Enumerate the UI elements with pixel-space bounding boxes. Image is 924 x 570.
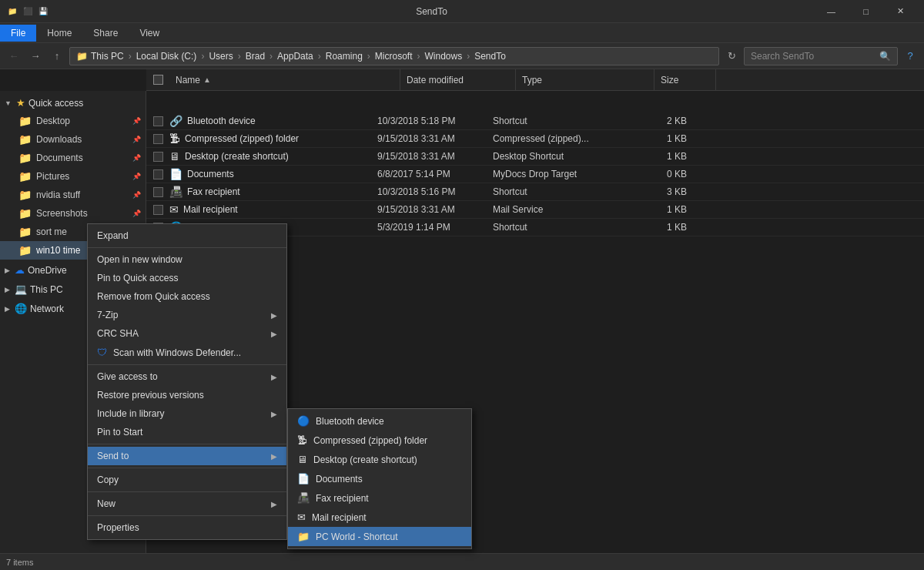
file-icon-2: 🗜: [169, 132, 180, 145]
ctx-send-to[interactable]: Send to ▶: [88, 447, 286, 465]
up-button[interactable]: ↑: [48, 47, 66, 65]
row-checkbox-1[interactable]: [153, 116, 163, 126]
col-header-type[interactable]: Type: [516, 69, 654, 90]
ctx-pin-start[interactable]: Pin to Start: [88, 423, 286, 441]
row-checkbox-6[interactable]: [153, 205, 163, 215]
ctx-open-new-window[interactable]: Open in new window: [88, 250, 286, 269]
sidebar-item-downloads[interactable]: 📁 Downloads 📌: [0, 130, 146, 149]
sidebar-item-nvidia[interactable]: 📁 nvidia stuff 📌: [0, 186, 146, 204]
sidebar-label-screenshots: Screenshots: [36, 208, 88, 219]
thispc-icon: 💻: [15, 283, 27, 295]
minimize-button[interactable]: —: [814, 0, 849, 23]
table-row[interactable]: 🗜 Compressed (zipped) folder 9/15/2018 3…: [146, 130, 924, 148]
ctx-give-access-arrow: ▶: [271, 373, 277, 381]
sendto-desktop-label: Desktop (create shortcut): [313, 454, 417, 465]
ctx-include-library-arrow: ▶: [271, 410, 277, 418]
file-date-5: 10/3/2018 5:16 PM: [377, 186, 493, 197]
ctx-crc-sha[interactable]: CRC SHA ▶: [88, 324, 286, 343]
table-row[interactable]: 🔗 Bluetooth device 10/3/2018 5:18 PM Sho…: [146, 112, 924, 130]
ctx-copy[interactable]: Copy: [88, 471, 286, 489]
sort-arrow: ▲: [203, 75, 211, 84]
addr-appdata: AppData: [277, 51, 313, 62]
sidebar-label-thispc: This PC: [30, 284, 63, 295]
back-button[interactable]: ←: [5, 47, 23, 65]
row-checkbox-4[interactable]: [153, 169, 163, 179]
ctx-7zip[interactable]: 7-Zip ▶: [88, 306, 286, 324]
address-bar[interactable]: 📁 This PC › Local Disk (C:) › Users › Br…: [69, 47, 719, 65]
expand-arrow-od: ▶: [5, 267, 10, 274]
ctx-expand[interactable]: Expand: [88, 226, 286, 245]
ctx-new[interactable]: New ▶: [88, 495, 286, 513]
row-checkbox-2[interactable]: [153, 134, 163, 144]
forward-button[interactable]: →: [26, 47, 45, 65]
row-checkbox-3[interactable]: [153, 152, 163, 162]
ctx-sep-5: [88, 491, 286, 492]
sidebar-label-sortme: sort me: [36, 226, 67, 237]
ctx-sep-3: [88, 444, 286, 444]
tab-share[interactable]: Share: [82, 25, 129, 42]
file-type-2: Compressed (zipped)...: [493, 133, 631, 144]
folder-icon-downloads: 📁: [18, 133, 32, 146]
row-checkbox-5[interactable]: [153, 187, 163, 197]
sidebar-header-quick-access[interactable]: ▼ ★ Quick access: [0, 94, 146, 112]
file-size-2: 1 KB: [631, 133, 693, 144]
sidebar-item-screenshots[interactable]: 📁 Screenshots 📌: [0, 204, 146, 223]
tab-view[interactable]: View: [129, 25, 170, 42]
ctx-restore-versions[interactable]: Restore previous versions: [88, 386, 286, 404]
select-all-checkbox[interactable]: [153, 75, 163, 85]
ctx-crc-sha-label: CRC SHA: [97, 328, 139, 339]
file-name-4: Documents: [187, 169, 234, 179]
sendto-desktop[interactable]: 🖥 Desktop (create shortcut): [288, 450, 471, 469]
ctx-send-to-label: Send to: [97, 451, 129, 461]
ctx-remove-quick[interactable]: Remove from Quick access: [88, 287, 286, 306]
refresh-button[interactable]: ↻: [722, 47, 741, 65]
sidebar-item-pictures[interactable]: 📁 Pictures 📌: [0, 167, 146, 186]
sidebar-label-network: Network: [30, 303, 64, 314]
sendto-documents[interactable]: 📄 Documents: [288, 469, 471, 488]
table-row[interactable]: 🖥 Desktop (create shortcut) 9/15/2018 3:…: [146, 148, 924, 166]
tab-home[interactable]: Home: [36, 25, 82, 42]
ctx-open-new-window-label: Open in new window: [97, 254, 182, 265]
star-icon: ★: [16, 97, 25, 109]
sendto-zip[interactable]: 🗜 Compressed (zipped) folder: [288, 431, 471, 450]
ctx-sep-4: [88, 468, 286, 468]
sendto-pcworld[interactable]: 📁 PC World - Shortcut: [288, 527, 471, 546]
table-row[interactable]: 📄 Documents 6/8/2017 5:14 PM MyDocs Drop…: [146, 166, 924, 183]
tab-file[interactable]: File: [0, 25, 36, 42]
sendto-pcworld-icon: 📁: [297, 531, 310, 542]
col-header-size[interactable]: Size: [654, 69, 716, 90]
pin-icon-nvidia: 📌: [132, 191, 141, 199]
sendto-bluetooth-label: Bluetooth device: [316, 416, 384, 427]
ctx-give-access[interactable]: Give access to ▶: [88, 367, 286, 386]
close-button[interactable]: ✕: [883, 0, 918, 23]
sendto-menu: 🔵 Bluetooth device 🗜 Compressed (zipped)…: [287, 408, 472, 549]
ctx-scan-defender[interactable]: 🛡 Scan with Windows Defender...: [88, 343, 286, 362]
sidebar-item-desktop[interactable]: 📁 Desktop 📌: [0, 112, 146, 130]
sendto-fax[interactable]: 📠 Fax recipient: [288, 488, 471, 508]
ctx-properties[interactable]: Properties: [88, 518, 286, 537]
table-row[interactable]: ✉ Mail recipient 9/15/2018 3:31 AM Mail …: [146, 201, 924, 219]
ctx-copy-label: Copy: [97, 474, 119, 485]
file-name-6: Mail recipient: [183, 204, 238, 215]
sendto-mail-icon: ✉: [297, 511, 306, 523]
search-box[interactable]: Search SendTo 🔍: [744, 47, 898, 65]
pin-icon-screenshots: 📌: [132, 210, 141, 217]
maximize-button[interactable]: □: [849, 0, 883, 23]
pin-icon-pictures: 📌: [132, 173, 141, 180]
file-size-1: 2 KB: [631, 116, 693, 126]
sidebar-label-win10time: win10 time: [36, 245, 80, 256]
sendto-pcworld-label: PC World - Shortcut: [316, 531, 397, 542]
ctx-include-library[interactable]: Include in library ▶: [88, 404, 286, 423]
sendto-bluetooth[interactable]: 🔵 Bluetooth device: [288, 411, 471, 431]
file-size-4: 0 KB: [631, 169, 693, 179]
column-headers: Name ▲ Date modified Type Size: [146, 69, 924, 91]
table-row[interactable]: 📠 Fax recipient 10/3/2018 5:16 PM Shortc…: [146, 183, 924, 201]
col-header-date[interactable]: Date modified: [400, 69, 516, 90]
col-header-name[interactable]: Name ▲: [169, 69, 400, 90]
help-button[interactable]: ?: [901, 47, 919, 65]
search-placeholder: Search SendTo: [751, 51, 814, 62]
ctx-pin-quick[interactable]: Pin to Quick access: [88, 269, 286, 287]
sendto-mail[interactable]: ✉ Mail recipient: [288, 508, 471, 527]
sidebar-label-documents: Documents: [36, 153, 83, 163]
sidebar-item-documents[interactable]: 📁 Documents 📌: [0, 149, 146, 167]
